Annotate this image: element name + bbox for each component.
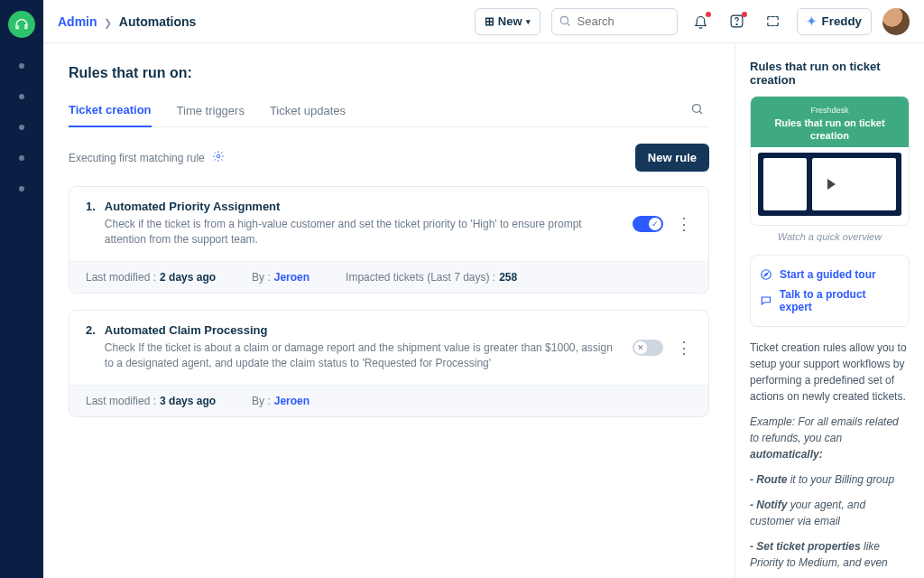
rule-description: Check if the ticket is from a high-value… — [105, 217, 624, 248]
play-icon[interactable] — [816, 170, 845, 199]
aside-bullet: - Set ticket properties like Priority to… — [750, 538, 910, 571]
search-icon — [559, 14, 571, 30]
svg-marker-8 — [764, 273, 768, 276]
video-preview — [758, 153, 901, 216]
rule-card[interactable]: 2. Automated Claim Processing Check If t… — [69, 310, 709, 417]
freddy-label: Freddy — [822, 14, 862, 28]
svg-point-0 — [560, 16, 568, 23]
new-rule-button[interactable]: New rule — [635, 144, 709, 172]
chat-icon — [760, 294, 772, 307]
meta-modified-value: 3 days ago — [160, 395, 216, 407]
content-row: Rules that run on: Ticket creation Time … — [43, 43, 924, 578]
sparkle-icon: ✦ — [807, 14, 817, 28]
rules-search-icon[interactable] — [690, 102, 709, 118]
rule-toggle[interactable]: ✕ — [633, 340, 663, 356]
rule-toggle[interactable]: ✓ — [633, 216, 663, 232]
svg-point-4 — [693, 105, 701, 113]
tab-time-triggers[interactable]: Time triggers — [177, 95, 245, 126]
content-main: Rules that run on: Ticket creation Time … — [43, 43, 735, 578]
rule-number: 2. — [86, 323, 96, 372]
kebab-icon[interactable]: ⋮ — [676, 216, 692, 232]
meta-by-label: By : — [252, 395, 271, 407]
svg-point-6 — [217, 154, 220, 158]
aside-paragraph: Ticket creation rules allow you to setup… — [750, 340, 910, 405]
gear-icon[interactable] — [212, 150, 225, 165]
video-caption: Watch a quick overview — [750, 231, 910, 242]
search-wrap — [551, 8, 678, 35]
help-links-card: Start a guided tour Talk to a product ex… — [750, 255, 910, 327]
kebab-icon[interactable]: ⋮ — [676, 340, 692, 356]
rule-card[interactable]: 1. Automated Priority Assignment Check i… — [69, 186, 709, 294]
execution-label: Executing first matching rule — [69, 152, 205, 164]
aside-bullet: - Notify your agent, and customer via em… — [750, 497, 910, 529]
notifications-icon[interactable] — [688, 9, 714, 34]
product-expert-link[interactable]: Talk to a product expert — [760, 284, 900, 317]
help-icon[interactable] — [725, 9, 750, 34]
main-column: Admin ❯ Automations ⊞ New ▾ — [43, 0, 924, 578]
sidebar-nav-item[interactable] — [19, 186, 24, 191]
aside-example: Example: For all emails related to refun… — [750, 414, 910, 462]
avatar[interactable] — [882, 8, 910, 35]
meta-by-value[interactable]: Jeroen — [274, 271, 310, 284]
product-expert-label: Talk to a product expert — [780, 288, 900, 313]
compass-icon — [760, 268, 772, 281]
rule-title: Automated Priority Assignment — [105, 200, 624, 213]
guided-tour-link[interactable]: Start a guided tour — [760, 265, 900, 284]
aside-title: Rules that run on ticket creation — [750, 60, 910, 87]
breadcrumb-current: Automations — [119, 14, 197, 29]
brand-logo[interactable] — [8, 11, 35, 38]
meta-modified-label: Last modified : — [86, 395, 156, 407]
tab-ticket-creation[interactable]: Ticket creation — [69, 94, 152, 127]
meta-impacted-value: 258 — [499, 271, 517, 284]
meta-modified-label: Last modified : — [86, 271, 156, 284]
meta-by-label: By : — [252, 271, 271, 284]
meta-impacted-label: Impacted tickets (Last 7 days) : — [346, 271, 495, 284]
breadcrumb-admin[interactable]: Admin — [58, 14, 97, 29]
execution-row: Executing first matching rule New rule — [69, 144, 709, 172]
chevron-down-icon: ▾ — [526, 17, 531, 26]
breadcrumb: Admin ❯ Automations — [58, 14, 196, 29]
video-title: Rules that run on ticket creation — [774, 117, 884, 141]
rule-description: Check If the ticket is about a claim or … — [105, 340, 624, 372]
new-button-label: New — [498, 14, 522, 28]
sidebar-nav-item[interactable] — [19, 125, 24, 130]
app-root: Admin ❯ Automations ⊞ New ▾ — [0, 0, 924, 578]
page-title: Rules that run on: — [69, 65, 709, 81]
rule-meta: Last modified :3 days ago By :Jeroen — [69, 385, 708, 416]
svg-line-5 — [699, 111, 702, 114]
topbar: Admin ❯ Automations ⊞ New ▾ — [43, 0, 924, 43]
plus-icon: ⊞ — [485, 14, 494, 28]
rule-number: 1. — [86, 200, 96, 248]
tabs: Ticket creation Time triggers Ticket upd… — [69, 94, 709, 127]
svg-point-7 — [762, 270, 772, 280]
rule-meta: Last modified :2 days ago By :Jeroen Imp… — [69, 261, 708, 293]
sidebar-nav-item[interactable] — [19, 155, 24, 161]
aside-panel: Rules that run on ticket creation Freshd… — [735, 43, 924, 578]
sidebar-nav-item[interactable] — [19, 94, 24, 99]
svg-line-1 — [567, 23, 569, 25]
video-thumbnail[interactable]: Freshdesk Rules that run on ticket creat… — [750, 96, 910, 226]
meta-modified-value: 2 days ago — [160, 271, 216, 284]
sidebar-nav-item[interactable] — [19, 63, 24, 69]
freddy-button[interactable]: ✦ Freddy — [797, 8, 872, 35]
aside-bullet: - Route it to your Billing group — [750, 471, 910, 488]
meta-by-value[interactable]: Jeroen — [274, 395, 310, 407]
svg-point-3 — [736, 23, 737, 24]
tab-ticket-updates[interactable]: Ticket updates — [270, 95, 346, 126]
new-button[interactable]: ⊞ New ▾ — [475, 8, 541, 35]
sidebar-rail — [0, 0, 43, 578]
execution-text: Executing first matching rule — [69, 150, 225, 165]
guided-tour-label: Start a guided tour — [780, 268, 876, 281]
video-brand: Freshdesk — [758, 106, 901, 115]
apps-icon[interactable] — [761, 9, 786, 34]
breadcrumb-separator: ❯ — [104, 17, 112, 28]
rule-title: Automated Claim Processing — [105, 323, 624, 337]
